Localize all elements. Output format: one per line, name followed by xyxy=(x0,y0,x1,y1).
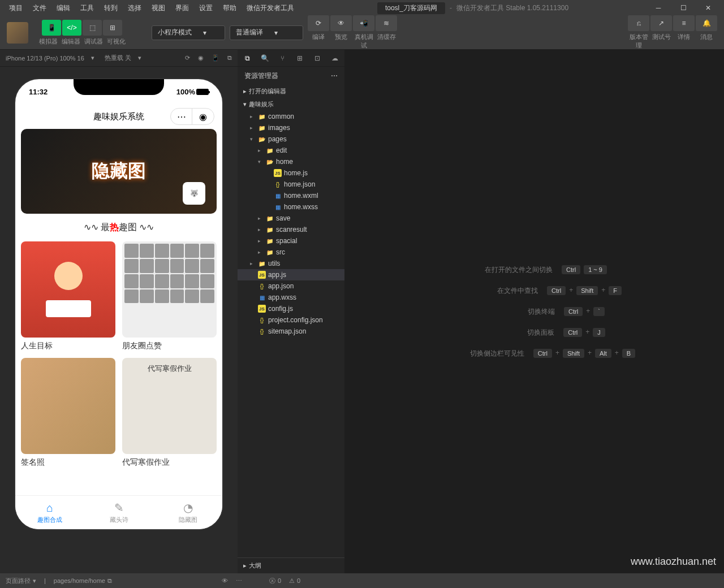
folder-edit[interactable]: ▸📁edit xyxy=(238,145,344,156)
outline-section[interactable]: ▸大纲 xyxy=(238,557,344,573)
sim-label: 模拟器 xyxy=(38,37,58,46)
section-title: ∿∿ 最热趣图 ∿∿ xyxy=(21,214,217,241)
preview-button[interactable]: 👁 xyxy=(330,15,352,31)
menu-wxdevtools[interactable]: 微信开发者工具 xyxy=(242,1,299,15)
card-friend-like[interactable]: 朋友圈点赞 xyxy=(122,241,217,351)
tab-compose[interactable]: ⌂趣图合成 xyxy=(15,496,84,529)
file-config-js[interactable]: JSconfig.js xyxy=(238,303,344,314)
maximize-button[interactable]: ☐ xyxy=(672,1,695,15)
eye-icon[interactable]: 👁 xyxy=(222,577,228,584)
banner[interactable]: 隐藏图 🐺 xyxy=(21,129,217,214)
cloud-tab[interactable]: ☁ xyxy=(329,53,340,64)
dog-icon: 🐺 xyxy=(183,182,205,205)
explorer-title: 资源管理器 xyxy=(244,71,278,81)
menu-edit[interactable]: 编辑 xyxy=(52,1,75,15)
file-app-json[interactable]: {}app.json xyxy=(238,280,344,292)
menu-goto[interactable]: 转到 xyxy=(100,1,122,15)
menu-settings[interactable]: 设置 xyxy=(195,1,217,15)
window-controls: ─ ☐ ✕ xyxy=(647,1,719,15)
open-editors-section[interactable]: ▸打开的编辑器 xyxy=(238,85,344,98)
project-section[interactable]: ▾趣味娱乐 xyxy=(238,98,344,111)
hotreload-toggle[interactable]: 热重载 关 xyxy=(105,54,131,62)
editor-area: 在打开的文件之间切换Ctrl1 ~ 9 在文件中查找Ctrl+Shift+F 切… xyxy=(345,50,724,573)
menu-tools[interactable]: 工具 xyxy=(76,1,98,15)
ext2-tab[interactable]: ⊡ xyxy=(312,53,322,64)
folder-spacial[interactable]: ▸📁spacial xyxy=(238,235,344,247)
battery-indicator: 100% xyxy=(176,88,209,96)
simulator-button[interactable]: 📱 xyxy=(42,20,61,36)
menu-file[interactable]: 文件 xyxy=(28,1,51,15)
minimize-button[interactable]: ─ xyxy=(647,1,670,15)
explorer-tab[interactable]: ⧉ xyxy=(242,53,253,64)
refresh-icon[interactable]: ⟳ xyxy=(185,54,190,62)
record-icon[interactable]: ◉ xyxy=(198,54,204,62)
file-sitemap[interactable]: {}sitemap.json xyxy=(238,326,344,337)
mode-dropdown[interactable]: 小程序模式▾ xyxy=(152,25,225,40)
card-homework[interactable]: 代写寒假作业 代写寒假作业 xyxy=(122,358,217,468)
device-info[interactable]: iPhone 12/13 (Pro) 100% 16 xyxy=(6,55,84,62)
clearcache-button[interactable]: ≋ xyxy=(376,15,397,31)
message-button[interactable]: 🔔 xyxy=(696,15,717,31)
current-path[interactable]: pages/home/home ⧉ xyxy=(54,577,112,585)
warnings-count[interactable]: ⚠ 0 xyxy=(289,577,300,585)
app-name: 微信开发者工具 Stable 1.05.2111300 xyxy=(456,3,568,13)
menu-select[interactable]: 选择 xyxy=(123,1,146,15)
folder-scanresult[interactable]: ▸📁scanresult xyxy=(238,224,344,235)
chevron-down-icon: ▾ xyxy=(203,29,206,37)
chevron-down-icon: ▾ xyxy=(274,29,278,37)
folder-images[interactable]: ▸📁images xyxy=(238,122,344,133)
editor-button[interactable]: </> xyxy=(62,20,81,36)
folder-common[interactable]: ▸📁common xyxy=(238,111,344,122)
menu-interface[interactable]: 界面 xyxy=(171,1,193,15)
visual-button[interactable]: ⊞ xyxy=(103,20,122,36)
compile-button[interactable]: ⟳ xyxy=(308,15,329,31)
file-home-js[interactable]: JShome.js xyxy=(238,167,344,179)
card-signature[interactable]: 签名照 xyxy=(21,358,115,468)
more-status-icon[interactable]: ⋯ xyxy=(236,577,242,585)
pagepath-label[interactable]: 页面路径 ▾ xyxy=(6,577,36,585)
folder-home[interactable]: ▾📂home xyxy=(238,156,344,167)
phone-notch xyxy=(74,79,164,95)
app-title: 趣味娱乐系统 xyxy=(93,111,144,122)
file-home-wxml[interactable]: ▦home.wxml xyxy=(238,190,344,201)
file-tree: ▸📁common ▸📁images ▾📂pages ▸📁edit ▾📂home … xyxy=(238,111,344,337)
file-app-js[interactable]: JSapp.js xyxy=(238,269,344,280)
tab-hidden[interactable]: ◔隐藏图 xyxy=(153,496,222,529)
close-button[interactable]: ✕ xyxy=(697,1,719,15)
more-icon[interactable]: ⋯ xyxy=(171,109,192,124)
folder-save[interactable]: ▸📁save xyxy=(238,213,344,224)
ext-tab[interactable]: ⊞ xyxy=(294,53,305,64)
more-icon[interactable]: ⋯ xyxy=(331,72,338,80)
folder-src[interactable]: ▸📁src xyxy=(238,247,344,258)
errors-count[interactable]: ⓧ 0 xyxy=(269,577,281,585)
version-button[interactable]: ⎌ xyxy=(628,15,649,31)
card-life-goal[interactable]: 人生目标 xyxy=(21,241,115,351)
test-button[interactable]: ↗ xyxy=(650,15,672,31)
file-project-config[interactable]: {}project.config.json xyxy=(238,314,344,326)
file-home-json[interactable]: {}home.json xyxy=(238,179,344,190)
file-app-wxss[interactable]: ▦app.wxss xyxy=(238,292,344,303)
search-tab[interactable]: 🔍 xyxy=(260,53,270,64)
folder-utils[interactable]: ▸📁utils xyxy=(238,258,344,269)
debugger-button[interactable]: ⬚ xyxy=(83,20,102,36)
target-icon[interactable]: ◉ xyxy=(192,109,214,124)
realdevice-button[interactable]: 📲 xyxy=(353,15,374,31)
device-icon[interactable]: 📱 xyxy=(212,54,219,62)
explorer-panel: ⧉ 🔍 ⑂ ⊞ ⊡ ☁ 资源管理器 ⋯ ▸打开的编辑器 ▾趣味娱乐 ▸📁comm… xyxy=(238,50,345,573)
menu-help[interactable]: 帮助 xyxy=(218,1,241,15)
compile-dropdown[interactable]: 普通编译▾ xyxy=(230,25,303,40)
menu-view[interactable]: 视图 xyxy=(147,1,170,15)
menu-project[interactable]: 项目 xyxy=(5,1,27,15)
capsule-button[interactable]: ⋯ ◉ xyxy=(170,108,214,125)
git-tab[interactable]: ⑂ xyxy=(277,53,288,64)
folder-pages[interactable]: ▾📂pages xyxy=(238,133,344,145)
menu-bar: 项目 文件 编辑 工具 转到 选择 视图 界面 设置 帮助 微信开发者工具 xyxy=(5,1,299,15)
visual-label: 可视化 xyxy=(106,37,126,46)
popout-icon[interactable]: ⧉ xyxy=(227,54,232,62)
simulator-panel: iPhone 12/13 (Pro) 100% 16 ▾ 热重载 关 ▾ ⟳ ◉… xyxy=(0,50,238,573)
user-avatar[interactable] xyxy=(7,22,28,44)
detail-button[interactable]: ≡ xyxy=(673,15,695,31)
toolbar: 📱 </> ⬚ ⊞ 模拟器 编辑器 调试器 可视化 小程序模式▾ 普通编译▾ ⟳… xyxy=(0,16,724,50)
tab-poem[interactable]: ✎藏头诗 xyxy=(84,496,153,529)
file-home-wxss[interactable]: ▦home.wxss xyxy=(238,201,344,213)
